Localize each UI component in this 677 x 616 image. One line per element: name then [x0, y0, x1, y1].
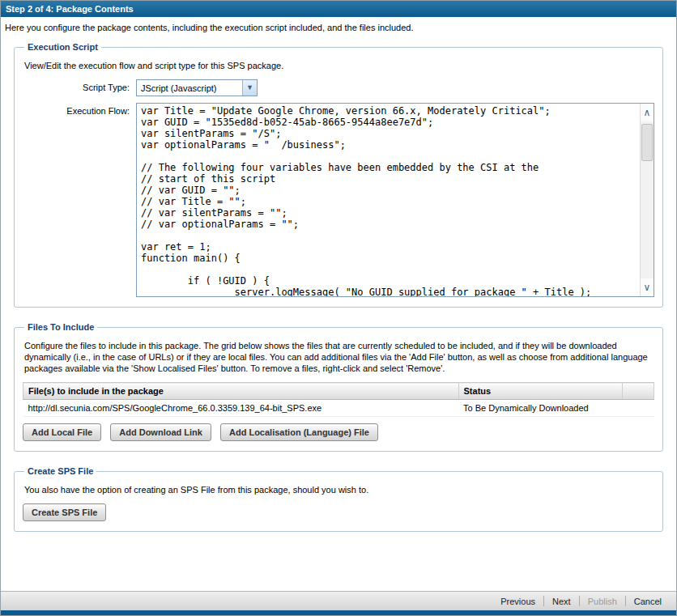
files-group-description: Configure the files to include in this p…	[24, 340, 653, 374]
footer-bar: Previous Next Publish Cancel	[1, 591, 676, 610]
execution-script-group-title: Execution Script	[24, 42, 101, 52]
scrollbar-thumb[interactable]	[641, 124, 653, 161]
script-type-selected-value: JScript (Javascript)	[137, 83, 242, 93]
column-header-spacer	[623, 383, 654, 400]
column-header-status[interactable]: Status	[458, 383, 623, 400]
previous-button[interactable]: Previous	[492, 597, 543, 606]
files-table: File(s) to include in the package Status…	[23, 382, 654, 417]
execution-flow-row: Execution Flow: var Title = "Update Goog…	[23, 103, 654, 297]
add-download-link-button[interactable]: Add Download Link	[110, 423, 211, 441]
script-type-select[interactable]: JScript (Javascript) ▼	[136, 79, 258, 96]
files-table-header-row: File(s) to include in the package Status	[23, 383, 654, 400]
file-spacer-cell	[623, 400, 654, 417]
execution-script-description: View/Edit the execution flow and script …	[24, 60, 653, 71]
file-url-cell: http://dl.secunia.com/SPS/GoogleChrome_6…	[23, 400, 459, 417]
column-header-file[interactable]: File(s) to include in the package	[23, 383, 459, 400]
page-description: Here you configure the package contents,…	[1, 17, 676, 37]
execution-flow-code[interactable]: var Title = "Update Google Chrome, versi…	[137, 104, 640, 296]
chevron-down-icon[interactable]: ▼	[242, 80, 257, 96]
publish-button: Publish	[580, 597, 625, 606]
scrollbar-track[interactable]	[641, 121, 654, 278]
create-sps-description: You also have the option of creating an …	[24, 484, 653, 495]
wizard-step-title: Step 2 of 4: Package Contents	[1, 1, 676, 17]
script-type-label: Script Type:	[23, 79, 136, 92]
bottom-strip	[1, 610, 676, 615]
script-type-row: Script Type: JScript (Javascript) ▼	[23, 79, 654, 96]
execution-flow-editor[interactable]: var Title = "Update Google Chrome, versi…	[136, 103, 654, 297]
scroll-down-icon[interactable]: ∨	[641, 278, 654, 296]
add-local-file-button[interactable]: Add Local File	[23, 423, 101, 441]
create-sps-button-row: Create SPS File	[23, 503, 654, 521]
vertical-scrollbar[interactable]: ∧ ∨	[640, 104, 654, 296]
create-sps-group: Create SPS File You also have the option…	[14, 466, 663, 532]
create-sps-file-button[interactable]: Create SPS File	[23, 503, 106, 521]
execution-script-group: Execution Script View/Edit the execution…	[14, 42, 663, 308]
files-to-include-group: Files To Include Configure the files to …	[14, 322, 663, 452]
execution-flow-label: Execution Flow:	[23, 103, 136, 116]
file-status-cell: To Be Dynamically Downloaded	[458, 400, 623, 417]
files-button-row: Add Local File Add Download Link Add Loc…	[23, 423, 654, 441]
cancel-button[interactable]: Cancel	[626, 597, 670, 606]
add-localisation-file-button[interactable]: Add Localisation (Language) File	[220, 423, 378, 441]
files-group-title: Files To Include	[24, 322, 97, 332]
create-sps-group-title: Create SPS File	[24, 466, 96, 476]
table-row[interactable]: http://dl.secunia.com/SPS/GoogleChrome_6…	[23, 400, 654, 417]
scroll-up-icon[interactable]: ∧	[641, 104, 654, 121]
wizard-window: Step 2 of 4: Package Contents Here you c…	[0, 0, 677, 616]
next-button[interactable]: Next	[544, 597, 579, 606]
